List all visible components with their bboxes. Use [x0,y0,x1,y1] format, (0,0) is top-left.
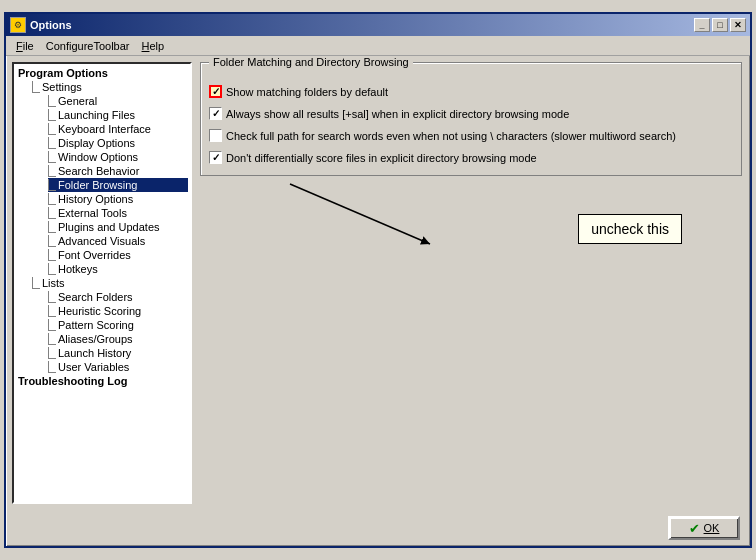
options-window: ⚙ Options _ □ ✕ File ConfigureToolbar He… [4,12,752,548]
sidebar-item-folder-browsing[interactable]: Folder Browsing [48,178,188,192]
checkbox-label-4: Don't differentially score files in expl… [226,151,733,165]
annotation-bubble: uncheck this [578,214,682,244]
svg-line-0 [290,184,430,244]
program-options-children: Settings General Launching Files Keyboar… [16,80,188,374]
checkbox-row-1: Show matching folders by default [209,85,733,99]
main-content: Program Options Settings General Launchi… [6,56,750,510]
annotation-text: uncheck this [591,221,669,237]
right-panel: Folder Matching and Directory Browsing S… [192,56,750,510]
checkbox-row-4: Don't differentially score files in expl… [209,151,733,165]
checkbox-label-1: Show matching folders by default [226,85,733,99]
title-bar: ⚙ Options _ □ ✕ [6,14,750,36]
sidebar-tree[interactable]: Program Options Settings General Launchi… [12,62,192,504]
sidebar-item-external-tools[interactable]: External Tools [48,206,188,220]
folder-matching-group: Folder Matching and Directory Browsing S… [200,62,742,176]
checkbox-label-2: Always show all results [+sal] when in e… [226,107,733,121]
lists-children: Search Folders Heuristic Scoring Pattern… [32,290,188,374]
sidebar-item-advanced-visuals[interactable]: Advanced Visuals [48,234,188,248]
checkbox-label-3: Check full path for search words even wh… [226,129,733,143]
sidebar-item-pattern-scoring[interactable]: Pattern Scoring [48,318,188,332]
annotation-arrow [280,174,580,294]
checkbox-row-2: Always show all results [+sal] when in e… [209,107,733,121]
maximize-button[interactable]: □ [712,18,728,32]
checkbox-always-show-all[interactable] [209,107,222,120]
checkbox-show-matching-folders[interactable] [209,85,222,98]
sidebar-item-lists[interactable]: Lists [32,276,188,290]
sidebar-item-hotkeys[interactable]: Hotkeys [48,262,188,276]
checkbox-row-3: Check full path for search words even wh… [209,129,733,143]
checkbox-dont-differentially[interactable] [209,151,222,164]
window-icon: ⚙ [10,17,26,33]
sidebar-item-plugins-and-updates[interactable]: Plugins and Updates [48,220,188,234]
sidebar-item-program-options[interactable]: Program Options [16,66,188,80]
close-button[interactable]: ✕ [730,18,746,32]
sidebar-item-general[interactable]: General [48,94,188,108]
sidebar-item-troubleshooting-log[interactable]: Troubleshooting Log [16,374,188,388]
sidebar-item-keyboard-interface[interactable]: Keyboard Interface [48,122,188,136]
sidebar-item-aliases-groups[interactable]: Aliases/Groups [48,332,188,346]
sidebar-item-user-variables[interactable]: User Variables [48,360,188,374]
ok-check-icon: ✔ [689,521,700,536]
ok-label: OK [704,522,720,534]
window-title: Options [30,19,694,31]
sidebar-item-settings[interactable]: Settings [32,80,188,94]
checkbox-check-full-path[interactable] [209,129,222,142]
menu-file[interactable]: File [10,38,40,54]
annotation-area: uncheck this [200,184,742,504]
title-bar-buttons: _ □ ✕ [694,18,746,32]
group-box-title: Folder Matching and Directory Browsing [209,56,413,68]
settings-children: General Launching Files Keyboard Interfa… [32,94,188,276]
sidebar-item-window-options[interactable]: Window Options [48,150,188,164]
menu-configure-toolbar[interactable]: ConfigureToolbar [40,38,136,54]
bottom-bar: ✔ OK [6,510,750,546]
menu-help[interactable]: Help [136,38,171,54]
sidebar-item-launch-history[interactable]: Launch History [48,346,188,360]
menu-bar: File ConfigureToolbar Help [6,36,750,56]
minimize-button[interactable]: _ [694,18,710,32]
sidebar-item-launching-files[interactable]: Launching Files [48,108,188,122]
sidebar-item-heuristic-scoring[interactable]: Heuristic Scoring [48,304,188,318]
sidebar-item-search-folders[interactable]: Search Folders [48,290,188,304]
ok-button[interactable]: ✔ OK [668,516,740,540]
sidebar-item-font-overrides[interactable]: Font Overrides [48,248,188,262]
sidebar-item-search-behavior[interactable]: Search Behavior [48,164,188,178]
sidebar-item-display-options[interactable]: Display Options [48,136,188,150]
sidebar-item-history-options[interactable]: History Options [48,192,188,206]
